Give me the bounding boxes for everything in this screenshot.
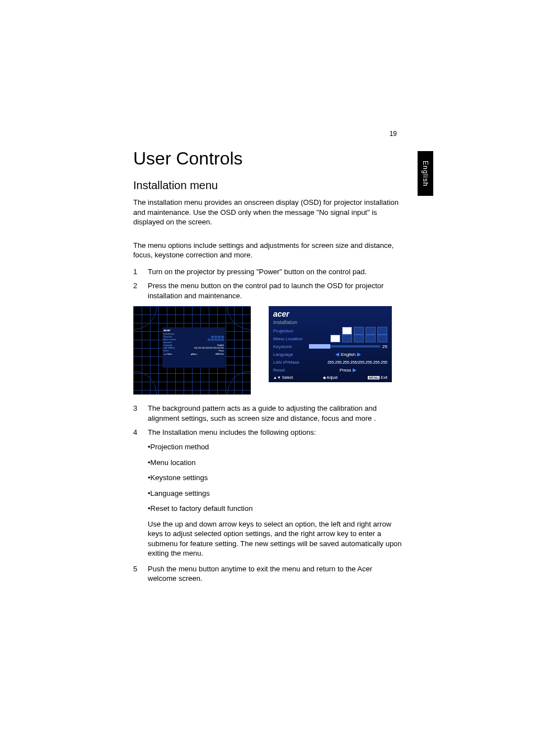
menu-badge-icon: MENU: [368, 376, 380, 379]
osd-label: Language: [273, 352, 309, 357]
osd-label: LAN IP/Mask: [163, 347, 175, 349]
projection-mode-icon: [377, 327, 387, 335]
step-3: 3 The background pattern acts as a guide…: [133, 403, 402, 423]
keystone-value: 25: [382, 344, 387, 349]
calibration-grid-screenshot: acer Installation Projection Menu Locati…: [133, 306, 251, 395]
menu-location-icon: [354, 335, 364, 342]
footer-adjust-group: ◆ Adjust: [323, 375, 338, 380]
menu-location-icon: [366, 335, 376, 342]
osd-row-menu-location: Menu Location: [273, 335, 387, 342]
step-text: The Installation menu includes the follo…: [148, 428, 402, 438]
projection-mode-icon: [354, 327, 364, 335]
intro-paragraph-2: The menu options include settings and ad…: [133, 241, 402, 260]
osd-menu-screenshot: acer Installation Projection Menu Locati…: [269, 306, 392, 382]
list-item: Projection method: [148, 442, 402, 452]
location-icons: [309, 335, 387, 342]
osd-label: Reset: [163, 350, 168, 352]
projection-mode-icon: [342, 327, 352, 335]
osd-label: Keystone: [163, 341, 172, 344]
screenshot-row: acer Installation Projection Menu Locati…: [133, 306, 402, 395]
step-number: 2: [133, 281, 148, 300]
footer-menu: MENU: [216, 353, 221, 355]
step-number: 3: [133, 403, 148, 423]
options-bullet-list: Projection method Menu location Keystone…: [148, 442, 402, 514]
steps-list-final: 5 Push the menu button anytime to exit t…: [133, 564, 402, 584]
osd-value: Press: [219, 350, 224, 352]
list-item: Keystone settings: [148, 473, 402, 483]
updown-arrow-icon: ▲▼: [273, 375, 281, 379]
osd-row-language: Language ◀English▶: [273, 351, 387, 358]
list-item: Language settings: [148, 489, 402, 499]
osd-label: LAN IP/Mask: [273, 360, 309, 365]
navigation-instructions: Use the up and down arrow keys to select…: [148, 519, 402, 558]
osd-label: Reset: [273, 368, 309, 373]
list-item: Reset to factory default function: [148, 504, 402, 514]
brand-logo: acer: [273, 309, 387, 318]
osd-value: English: [218, 344, 224, 346]
step-1: 1 Turn on the projector by pressing "Pow…: [133, 267, 402, 277]
step-number: 4: [133, 428, 148, 438]
brand-logo: acer: [163, 328, 224, 332]
step-5: 5 Push the menu button anytime to exit t…: [133, 564, 402, 584]
osd-label: Keystone: [273, 344, 309, 349]
steps-list-continued: 3 The background pattern acts as a guide…: [133, 403, 402, 438]
step-number: 5: [133, 564, 148, 584]
step-text: Press the menu button on the control pad…: [148, 281, 402, 300]
projection-mode-icon: [366, 327, 376, 335]
osd-row-reset: Reset Press▶: [273, 367, 387, 373]
keystone-slider: [309, 345, 380, 348]
language-tab: English: [418, 151, 433, 196]
lan-value: 255.255.255.255/255.255.255.255: [309, 360, 387, 364]
heading-user-controls: User Controls: [133, 148, 402, 169]
menu-location-icon: [342, 335, 352, 342]
osd-row-projection: Projection: [273, 327, 387, 334]
osd-title: Installation: [273, 320, 387, 325]
footer-exit-group: MENU Exit: [368, 375, 387, 380]
footer-select-group: ▲▼ Select: [273, 375, 293, 380]
projection-icons: [309, 327, 387, 335]
step-4: 4 The Installation menu includes the fol…: [133, 428, 402, 438]
osd-value: 255.255.255.255/255.255.255.255: [194, 347, 224, 349]
osd-row-lan: LAN IP/Mask 255.255.255.255/255.255.255.…: [273, 359, 387, 365]
osd-overlay-small: acer Installation Projection Menu Locati…: [162, 327, 225, 368]
heading-installation-menu: Installation menu: [133, 179, 402, 192]
osd-title: Installation: [163, 332, 224, 335]
list-item: Menu location: [148, 458, 402, 468]
footer-adjust: Adjust: [192, 353, 196, 355]
osd-label: Language: [163, 344, 172, 346]
page-number: 19: [390, 130, 397, 138]
menu-location-icon: [377, 335, 387, 342]
content-column: User Controls Installation menu The inst…: [133, 148, 402, 588]
step-text: The background pattern acts as a guide t…: [148, 403, 402, 423]
page: 19 English User Controls Installation me…: [0, 0, 534, 756]
osd-row-keystone: Keystone 25: [273, 343, 387, 350]
osd-label: Projection: [163, 336, 172, 338]
language-value: English: [341, 352, 355, 357]
footer-select: Select: [167, 353, 172, 355]
right-arrow-icon: ▶: [353, 367, 357, 373]
step-4-details: Projection method Menu location Keystone…: [133, 442, 402, 558]
osd-footer: ▲▼ Select ◆ Adjust MENU Exit: [273, 375, 387, 380]
step-text: Turn on the projector by pressing "Power…: [148, 267, 402, 277]
osd-label: Projection: [273, 328, 309, 334]
step-number: 1: [133, 267, 148, 277]
left-arrow-icon: ◀: [335, 351, 339, 357]
footer-exit: Exit: [221, 353, 224, 355]
menu-location-icon: [330, 335, 340, 342]
osd-label: Menu Location: [163, 339, 176, 341]
steps-list: 1 Turn on the projector by pressing "Pow…: [133, 267, 402, 301]
osd-label: Menu Location: [273, 336, 309, 341]
intro-paragraph-1: The installation menu provides an onscre…: [133, 198, 402, 227]
right-arrow-icon: ▶: [357, 351, 361, 357]
step-2: 2 Press the menu button on the control p…: [133, 281, 402, 300]
step-text: Push the menu button anytime to exit the…: [148, 564, 402, 584]
leftright-arrow-icon: ◆: [323, 375, 326, 379]
reset-value: Press: [340, 368, 351, 373]
